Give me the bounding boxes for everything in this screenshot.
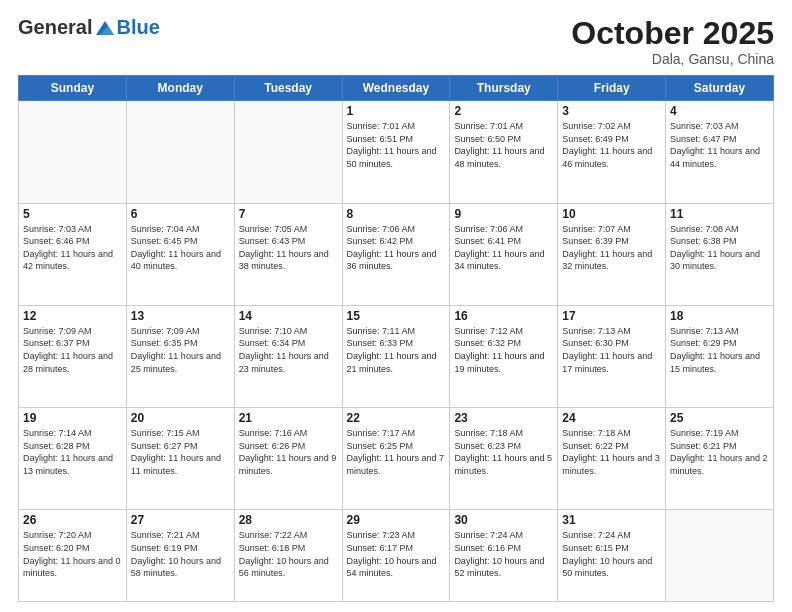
table-row: 22Sunrise: 7:17 AM Sunset: 6:25 PM Dayli… [342,408,450,510]
table-row: 4Sunrise: 7:03 AM Sunset: 6:47 PM Daylig… [666,101,774,203]
table-row: 31Sunrise: 7:24 AM Sunset: 6:15 PM Dayli… [558,510,666,602]
day-info: Sunrise: 7:18 AM Sunset: 6:23 PM Dayligh… [454,427,553,477]
table-row: 30Sunrise: 7:24 AM Sunset: 6:16 PM Dayli… [450,510,558,602]
calendar-header-row: Sunday Monday Tuesday Wednesday Thursday… [19,76,774,101]
table-row: 9Sunrise: 7:06 AM Sunset: 6:41 PM Daylig… [450,203,558,305]
day-info: Sunrise: 7:03 AM Sunset: 6:47 PM Dayligh… [670,120,769,170]
col-sunday: Sunday [19,76,127,101]
day-info: Sunrise: 7:03 AM Sunset: 6:46 PM Dayligh… [23,223,122,273]
day-number: 6 [131,207,230,221]
day-info: Sunrise: 7:18 AM Sunset: 6:22 PM Dayligh… [562,427,661,477]
day-info: Sunrise: 7:14 AM Sunset: 6:28 PM Dayligh… [23,427,122,477]
day-info: Sunrise: 7:07 AM Sunset: 6:39 PM Dayligh… [562,223,661,273]
table-row: 25Sunrise: 7:19 AM Sunset: 6:21 PM Dayli… [666,408,774,510]
day-number: 27 [131,513,230,527]
day-number: 17 [562,309,661,323]
day-number: 30 [454,513,553,527]
day-info: Sunrise: 7:17 AM Sunset: 6:25 PM Dayligh… [347,427,446,477]
calendar-week-row: 5Sunrise: 7:03 AM Sunset: 6:46 PM Daylig… [19,203,774,305]
day-number: 7 [239,207,338,221]
logo-icon [94,17,116,39]
table-row: 29Sunrise: 7:23 AM Sunset: 6:17 PM Dayli… [342,510,450,602]
day-number: 15 [347,309,446,323]
table-row: 8Sunrise: 7:06 AM Sunset: 6:42 PM Daylig… [342,203,450,305]
day-info: Sunrise: 7:24 AM Sunset: 6:15 PM Dayligh… [562,529,661,579]
day-number: 29 [347,513,446,527]
day-info: Sunrise: 7:02 AM Sunset: 6:49 PM Dayligh… [562,120,661,170]
table-row: 3Sunrise: 7:02 AM Sunset: 6:49 PM Daylig… [558,101,666,203]
day-info: Sunrise: 7:08 AM Sunset: 6:38 PM Dayligh… [670,223,769,273]
table-row: 10Sunrise: 7:07 AM Sunset: 6:39 PM Dayli… [558,203,666,305]
day-number: 28 [239,513,338,527]
calendar-week-row: 12Sunrise: 7:09 AM Sunset: 6:37 PM Dayli… [19,305,774,407]
table-row: 17Sunrise: 7:13 AM Sunset: 6:30 PM Dayli… [558,305,666,407]
day-number: 19 [23,411,122,425]
table-row: 1Sunrise: 7:01 AM Sunset: 6:51 PM Daylig… [342,101,450,203]
calendar-week-row: 1Sunrise: 7:01 AM Sunset: 6:51 PM Daylig… [19,101,774,203]
day-info: Sunrise: 7:10 AM Sunset: 6:34 PM Dayligh… [239,325,338,375]
table-row: 14Sunrise: 7:10 AM Sunset: 6:34 PM Dayli… [234,305,342,407]
table-row: 18Sunrise: 7:13 AM Sunset: 6:29 PM Dayli… [666,305,774,407]
table-row: 15Sunrise: 7:11 AM Sunset: 6:33 PM Dayli… [342,305,450,407]
table-row: 13Sunrise: 7:09 AM Sunset: 6:35 PM Dayli… [126,305,234,407]
table-row: 16Sunrise: 7:12 AM Sunset: 6:32 PM Dayli… [450,305,558,407]
table-row [234,101,342,203]
table-row [19,101,127,203]
day-number: 9 [454,207,553,221]
day-number: 13 [131,309,230,323]
day-number: 3 [562,104,661,118]
day-number: 24 [562,411,661,425]
day-number: 1 [347,104,446,118]
day-number: 21 [239,411,338,425]
day-number: 10 [562,207,661,221]
day-number: 4 [670,104,769,118]
day-number: 12 [23,309,122,323]
day-number: 14 [239,309,338,323]
day-info: Sunrise: 7:19 AM Sunset: 6:21 PM Dayligh… [670,427,769,477]
table-row [666,510,774,602]
table-row: 7Sunrise: 7:05 AM Sunset: 6:43 PM Daylig… [234,203,342,305]
logo: General Blue [18,16,160,39]
day-number: 20 [131,411,230,425]
table-row: 23Sunrise: 7:18 AM Sunset: 6:23 PM Dayli… [450,408,558,510]
day-info: Sunrise: 7:01 AM Sunset: 6:50 PM Dayligh… [454,120,553,170]
day-info: Sunrise: 7:13 AM Sunset: 6:30 PM Dayligh… [562,325,661,375]
day-info: Sunrise: 7:21 AM Sunset: 6:19 PM Dayligh… [131,529,230,579]
day-info: Sunrise: 7:09 AM Sunset: 6:37 PM Dayligh… [23,325,122,375]
day-number: 18 [670,309,769,323]
header: General Blue October 2025 Dala, Gansu, C… [18,16,774,67]
table-row: 11Sunrise: 7:08 AM Sunset: 6:38 PM Dayli… [666,203,774,305]
day-number: 11 [670,207,769,221]
day-number: 8 [347,207,446,221]
page: General Blue October 2025 Dala, Gansu, C… [0,0,792,612]
table-row: 12Sunrise: 7:09 AM Sunset: 6:37 PM Dayli… [19,305,127,407]
day-info: Sunrise: 7:12 AM Sunset: 6:32 PM Dayligh… [454,325,553,375]
day-info: Sunrise: 7:16 AM Sunset: 6:26 PM Dayligh… [239,427,338,477]
day-info: Sunrise: 7:22 AM Sunset: 6:18 PM Dayligh… [239,529,338,579]
day-number: 31 [562,513,661,527]
table-row: 21Sunrise: 7:16 AM Sunset: 6:26 PM Dayli… [234,408,342,510]
calendar-week-row: 26Sunrise: 7:20 AM Sunset: 6:20 PM Dayli… [19,510,774,602]
day-info: Sunrise: 7:06 AM Sunset: 6:41 PM Dayligh… [454,223,553,273]
table-row: 24Sunrise: 7:18 AM Sunset: 6:22 PM Dayli… [558,408,666,510]
day-number: 16 [454,309,553,323]
day-info: Sunrise: 7:20 AM Sunset: 6:20 PM Dayligh… [23,529,122,579]
day-info: Sunrise: 7:04 AM Sunset: 6:45 PM Dayligh… [131,223,230,273]
day-number: 2 [454,104,553,118]
day-number: 22 [347,411,446,425]
col-tuesday: Tuesday [234,76,342,101]
col-saturday: Saturday [666,76,774,101]
title-block: October 2025 Dala, Gansu, China [571,16,774,67]
table-row: 6Sunrise: 7:04 AM Sunset: 6:45 PM Daylig… [126,203,234,305]
day-number: 25 [670,411,769,425]
day-info: Sunrise: 7:05 AM Sunset: 6:43 PM Dayligh… [239,223,338,273]
day-info: Sunrise: 7:13 AM Sunset: 6:29 PM Dayligh… [670,325,769,375]
location: Dala, Gansu, China [571,51,774,67]
table-row [126,101,234,203]
table-row: 27Sunrise: 7:21 AM Sunset: 6:19 PM Dayli… [126,510,234,602]
table-row: 20Sunrise: 7:15 AM Sunset: 6:27 PM Dayli… [126,408,234,510]
calendar-table: Sunday Monday Tuesday Wednesday Thursday… [18,75,774,602]
month-title: October 2025 [571,16,774,51]
day-info: Sunrise: 7:06 AM Sunset: 6:42 PM Dayligh… [347,223,446,273]
table-row: 19Sunrise: 7:14 AM Sunset: 6:28 PM Dayli… [19,408,127,510]
